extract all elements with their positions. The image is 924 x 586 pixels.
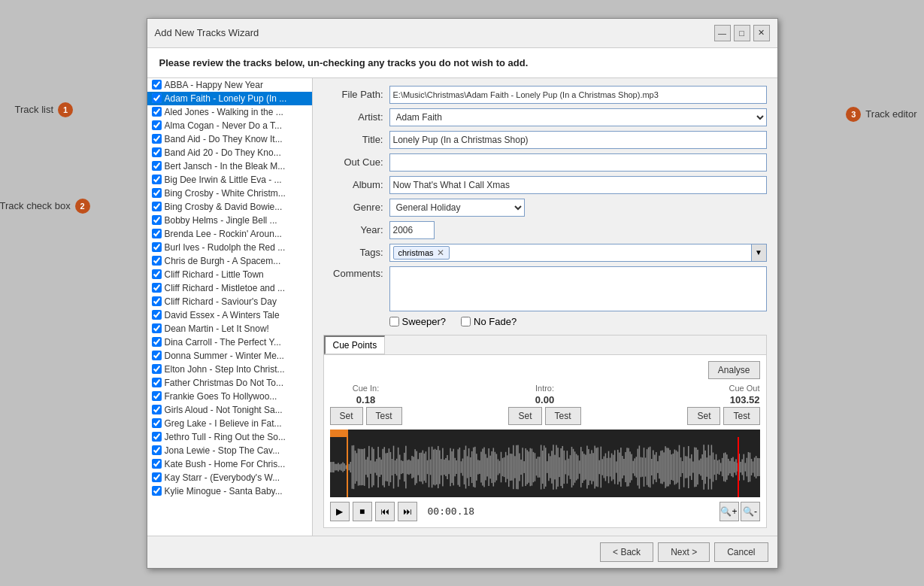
- track-list-item[interactable]: Adam Faith - Lonely Pup (In ...: [147, 92, 312, 105]
- cue-out-test-button[interactable]: Test: [723, 407, 759, 425]
- title-input[interactable]: [389, 131, 767, 149]
- track-checkbox[interactable]: [152, 242, 162, 252]
- back-button[interactable]: < Back: [600, 542, 653, 562]
- track-checkbox[interactable]: [152, 147, 162, 157]
- track-list-item[interactable]: Bing Crosby & David Bowie...: [147, 200, 312, 214]
- track-checkbox[interactable]: [152, 215, 162, 225]
- track-checkbox[interactable]: [152, 107, 162, 117]
- track-checkbox[interactable]: [152, 459, 162, 469]
- next-button[interactable]: Next >: [658, 542, 710, 562]
- track-checkbox[interactable]: [152, 323, 162, 333]
- album-input[interactable]: [389, 176, 767, 194]
- track-checkbox[interactable]: [152, 472, 162, 482]
- sweeper-checkbox[interactable]: [389, 317, 399, 326]
- track-checkbox[interactable]: [152, 256, 162, 266]
- genre-select[interactable]: General Holiday Christmas Pop: [389, 199, 525, 217]
- track-checkbox[interactable]: [152, 405, 162, 414]
- waveform-display[interactable]: // Will be generated by JS below: [330, 430, 760, 497]
- file-path-input[interactable]: [389, 86, 767, 104]
- comments-textarea[interactable]: [389, 266, 767, 311]
- track-list-item[interactable]: Brenda Lee - Rockin' Aroun...: [147, 227, 312, 241]
- track-checkbox[interactable]: [152, 188, 162, 198]
- cue-points-tab-button[interactable]: Cue Points: [324, 336, 386, 354]
- tag-remove-button[interactable]: ✕: [437, 247, 444, 258]
- track-list-item[interactable]: Girls Aloud - Not Tonight Sa...: [147, 403, 312, 417]
- track-checkbox[interactable]: [152, 269, 162, 279]
- track-checkbox[interactable]: [152, 486, 162, 496]
- track-checkbox[interactable]: [152, 391, 162, 401]
- tags-container[interactable]: christmas ✕ ▼: [389, 244, 767, 262]
- track-checkbox[interactable]: [152, 120, 162, 130]
- zoom-out-button[interactable]: 🔍-: [741, 502, 760, 521]
- track-list-item[interactable]: Frankie Goes To Hollywoo...: [147, 390, 312, 403]
- track-list-item[interactable]: Father Christmas Do Not To...: [147, 376, 312, 390]
- track-checkbox[interactable]: [152, 445, 162, 455]
- intro-set-button[interactable]: Set: [508, 407, 541, 425]
- track-list-item[interactable]: Jona Lewie - Stop The Cav...: [147, 444, 312, 457]
- track-list-item[interactable]: Elton John - Step Into Christ...: [147, 363, 312, 376]
- track-list-item[interactable]: Jethro Tull - Ring Out the So...: [147, 430, 312, 444]
- track-list-item[interactable]: Burl Ives - Rudolph the Red ...: [147, 241, 312, 254]
- zoom-in-button[interactable]: 🔍+: [720, 502, 739, 521]
- track-list-scroll[interactable]: ABBA - Happy New YearAdam Faith - Lonely…: [147, 78, 312, 536]
- svg-rect-29: [374, 461, 376, 472]
- analyse-button[interactable]: Analyse: [708, 361, 760, 379]
- track-checkbox[interactable]: [152, 432, 162, 442]
- play-button[interactable]: ▶: [330, 502, 350, 521]
- out-cue-input[interactable]: [389, 153, 767, 172]
- track-checkbox[interactable]: [152, 337, 162, 347]
- artist-select[interactable]: Adam Faith: [389, 108, 767, 126]
- track-list-item[interactable]: Bing Crosby - White Christm...: [147, 187, 312, 200]
- cancel-button[interactable]: Cancel: [714, 542, 768, 562]
- track-checkbox[interactable]: [152, 202, 162, 211]
- track-checkbox[interactable]: [152, 351, 162, 360]
- track-checkbox[interactable]: [152, 161, 162, 171]
- track-list-item[interactable]: Cliff Richard - Little Town: [147, 268, 312, 281]
- skip-forward-button[interactable]: ⏭: [398, 502, 417, 521]
- track-list-item[interactable]: Kay Starr - (Everybody's W...: [147, 471, 312, 484]
- cue-in-set-button[interactable]: Set: [330, 407, 363, 425]
- track-list-item[interactable]: Band Aid 20 - Do They Kno...: [147, 146, 312, 159]
- track-list-item[interactable]: David Essex - A Winters Tale: [147, 308, 312, 322]
- cue-in-test-button[interactable]: Test: [366, 407, 402, 425]
- track-checkbox[interactable]: [152, 364, 162, 374]
- intro-test-button[interactable]: Test: [545, 407, 581, 425]
- stop-button[interactable]: ■: [353, 502, 372, 521]
- skip-back-button[interactable]: ⏮: [375, 502, 395, 521]
- track-list-item[interactable]: Bobby Helms - Jingle Bell ...: [147, 214, 312, 227]
- close-button[interactable]: ✕: [753, 25, 770, 41]
- maximize-button[interactable]: □: [734, 25, 750, 41]
- track-checkbox[interactable]: [152, 310, 162, 320]
- track-list-item[interactable]: Band Aid - Do They Know It...: [147, 132, 312, 146]
- track-list-item[interactable]: ABBA - Happy New Year: [147, 78, 312, 92]
- track-list-item[interactable]: Chris de Burgh - A Spacem...: [147, 254, 312, 268]
- year-input[interactable]: [389, 221, 435, 239]
- track-list-item[interactable]: Donna Summer - Winter Me...: [147, 349, 312, 363]
- svg-rect-206: [646, 449, 647, 485]
- minimize-button[interactable]: —: [714, 25, 731, 41]
- track-checkbox[interactable]: [152, 229, 162, 238]
- track-list-item[interactable]: Cliff Richard - Saviour's Day: [147, 295, 312, 308]
- track-list-item[interactable]: Big Dee Irwin & Little Eva - ...: [147, 173, 312, 187]
- track-checkbox[interactable]: [152, 93, 162, 103]
- track-list-item[interactable]: Cliff Richard - Mistletoe and ...: [147, 281, 312, 295]
- track-checkbox[interactable]: [152, 80, 162, 90]
- track-list-item[interactable]: Dean Martin - Let It Snow!: [147, 322, 312, 336]
- track-list-item[interactable]: Aled Jones - Walking in the ...: [147, 105, 312, 119]
- track-checkbox[interactable]: [152, 175, 162, 184]
- track-list-item[interactable]: Dina Carroll - The Perfect Y...: [147, 336, 312, 349]
- track-list-item[interactable]: Kate Bush - Home For Chris...: [147, 457, 312, 471]
- track-checkbox[interactable]: [152, 378, 162, 387]
- track-checkbox[interactable]: [152, 418, 162, 428]
- track-list-item[interactable]: Kylie Minogue - Santa Baby...: [147, 484, 312, 498]
- track-list-item[interactable]: Alma Cogan - Never Do a T...: [147, 119, 312, 132]
- cue-out-set-button[interactable]: Set: [687, 407, 720, 425]
- track-list-item[interactable]: Bert Jansch - In the Bleak M...: [147, 159, 312, 173]
- track-list-item[interactable]: Greg Lake - I Believe in Fat...: [147, 417, 312, 430]
- svg-rect-264: [735, 459, 737, 475]
- tags-dropdown-button[interactable]: ▼: [751, 244, 766, 261]
- no-fade-checkbox[interactable]: [461, 317, 471, 326]
- track-checkbox[interactable]: [152, 134, 162, 144]
- track-checkbox[interactable]: [152, 283, 162, 293]
- track-checkbox[interactable]: [152, 296, 162, 306]
